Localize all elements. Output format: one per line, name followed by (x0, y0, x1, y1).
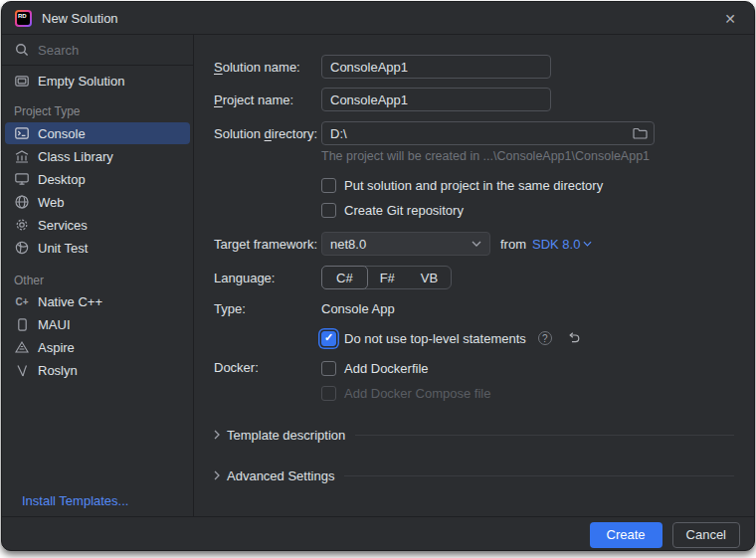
close-icon[interactable]: ✕ (721, 10, 739, 28)
sidebar-item-label: Web (38, 195, 65, 210)
git-repo-checkbox[interactable] (321, 203, 336, 218)
sidebar-item-empty-solution[interactable]: Empty Solution (5, 70, 190, 92)
title-bar: RD New Solution ✕ (2, 2, 754, 35)
git-repo-label: Create Git repository (344, 203, 464, 218)
roslyn-icon (14, 362, 30, 378)
section-divider (355, 435, 734, 436)
reset-icon[interactable] (567, 332, 580, 344)
advanced-settings-toggle[interactable]: Advanced Settings (214, 467, 734, 483)
sidebar-item-console[interactable]: Console (5, 122, 190, 144)
sidebar-item-label: Desktop (38, 172, 86, 187)
sidebar-item-label: Empty Solution (38, 74, 124, 89)
section-header-other: Other (14, 274, 193, 287)
rider-logo-icon: RD (15, 10, 32, 27)
desktop-icon (14, 171, 30, 187)
target-framework-value: net8.0 (330, 237, 366, 252)
type-label: Type: (214, 301, 321, 316)
docker-compose-row: Add Docker Compose file (214, 385, 734, 401)
sidebar-item-label: Roslyn (38, 363, 78, 378)
maui-phone-icon (14, 316, 30, 332)
aspire-icon (14, 339, 30, 355)
sdk-version-link[interactable]: SDK 8.0 (532, 237, 592, 252)
type-row: Type: Console App (214, 301, 734, 316)
sidebar-item-maui[interactable]: MAUI (5, 313, 190, 335)
sidebar-item-label: Native C++ (38, 294, 102, 309)
same-directory-checkbox[interactable] (321, 178, 336, 193)
section-divider (344, 475, 734, 476)
add-dockerfile-checkbox[interactable] (321, 361, 336, 376)
dialog-title: New Solution (42, 11, 118, 26)
sidebar-item-class-library[interactable]: Class Library (5, 145, 190, 167)
unit-test-icon (14, 240, 30, 256)
top-level-statements-row: Do not use top-level statements ? (214, 330, 734, 346)
sidebar-item-native-cpp[interactable]: C+ Native C++ (5, 290, 190, 312)
docker-label: Docker: (214, 360, 321, 375)
new-solution-dialog: RD New Solution ✕ Empty Solution Proj (1, 1, 755, 551)
project-name-row: Project name: (214, 88, 734, 111)
language-option-fsharp[interactable]: F# (367, 267, 408, 288)
sidebar-item-label: Aspire (38, 340, 75, 355)
solution-name-row: Solution name: (214, 55, 734, 79)
sidebar-item-label: Unit Test (38, 241, 88, 256)
same-directory-row: Put solution and project in the same dir… (214, 177, 734, 193)
chevron-down-icon (583, 241, 592, 247)
add-docker-compose-checkbox (321, 386, 336, 401)
cancel-button[interactable]: Cancel (672, 522, 740, 548)
language-label: Language: (214, 271, 321, 285)
services-gear-icon (14, 217, 30, 233)
same-directory-label: Put solution and project in the same dir… (344, 178, 603, 193)
new-solution-form: Solution name: Project name: Solution di… (194, 35, 754, 516)
console-icon (14, 125, 30, 141)
language-row: Language: C# F# VB (214, 266, 734, 289)
sidebar-item-web[interactable]: Web (5, 191, 190, 213)
search-icon (15, 43, 29, 57)
sidebar-item-label: Class Library (38, 149, 113, 164)
sidebar-item-label: Services (38, 218, 88, 233)
target-framework-row: Target framework: net8.0 from SDK 8.0 (214, 232, 734, 256)
project-name-label: Project name: (214, 93, 321, 107)
sidebar-item-label: Console (38, 126, 86, 141)
top-level-statements-checkbox[interactable] (321, 331, 336, 346)
dialog-content: Empty Solution Project Type Console Clas… (2, 35, 754, 516)
template-description-label: Template description (227, 428, 345, 443)
add-dockerfile-label: Add Dockerfile (344, 361, 429, 376)
target-framework-label: Target framework: (214, 237, 321, 252)
solution-name-label: Solution name: (214, 60, 321, 75)
git-repo-row: Create Git repository (214, 202, 734, 218)
from-label: from (500, 237, 526, 252)
search-row (2, 35, 193, 66)
target-framework-select[interactable]: net8.0 (321, 232, 490, 256)
docker-row: Docker: Add Dockerfile (214, 360, 734, 376)
install-templates-link[interactable]: Install Templates... (22, 493, 128, 508)
add-docker-compose-label: Add Docker Compose file (344, 386, 490, 401)
dialog-footer: Create Cancel (2, 516, 754, 551)
template-list: Empty Solution Project Type Console Clas… (2, 66, 193, 382)
chevron-right-icon (214, 470, 220, 480)
solution-directory-label: Solution directory: (214, 126, 321, 141)
language-option-csharp[interactable]: C# (321, 266, 368, 289)
solution-name-input[interactable] (321, 55, 551, 79)
create-button[interactable]: Create (590, 522, 662, 548)
language-option-vb[interactable]: VB (408, 267, 451, 288)
web-globe-icon (14, 194, 30, 210)
empty-solution-icon (14, 73, 30, 89)
browse-folder-icon[interactable] (632, 125, 648, 141)
solution-directory-input[interactable] (321, 121, 655, 145)
help-icon[interactable]: ? (538, 331, 552, 345)
chevron-down-icon (472, 241, 481, 247)
sidebar-item-services[interactable]: Services (5, 214, 190, 236)
sidebar-item-label: MAUI (38, 317, 71, 332)
search-input[interactable] (38, 43, 177, 58)
native-cpp-icon: C+ (14, 293, 30, 309)
template-description-toggle[interactable]: Template description (214, 427, 734, 443)
language-segmented-control: C# F# VB (321, 266, 452, 289)
sidebar-item-desktop[interactable]: Desktop (5, 168, 190, 190)
sidebar-item-unit-test[interactable]: Unit Test (5, 237, 190, 259)
project-name-input[interactable] (321, 88, 551, 111)
top-level-statements-label: Do not use top-level statements (344, 331, 526, 346)
advanced-settings-label: Advanced Settings (227, 468, 334, 483)
section-header-project-type: Project Type (14, 104, 193, 118)
solution-directory-row: Solution directory: (214, 121, 734, 145)
sidebar-item-roslyn[interactable]: Roslyn (5, 359, 190, 381)
sidebar-item-aspire[interactable]: Aspire (5, 336, 190, 358)
